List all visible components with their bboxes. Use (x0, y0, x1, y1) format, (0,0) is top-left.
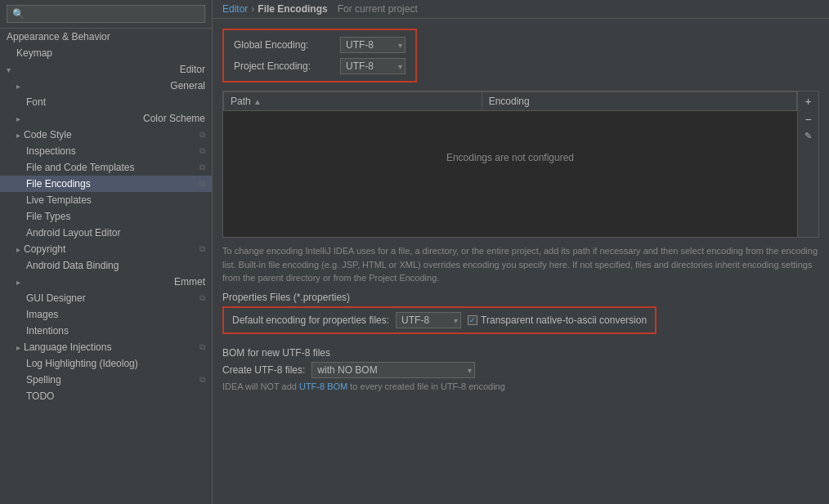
sidebar-item-android-data-binding[interactable]: Android Data Binding (0, 257, 212, 274)
sidebar-item-todo[interactable]: TODO (0, 388, 212, 404)
sidebar-item-appearance-behavior[interactable]: Appearance & Behavior (0, 29, 212, 45)
bom-note: IDEA will NOT add UTF-8 BOM to every cre… (222, 381, 819, 391)
edit-row-button[interactable]: ✎ (801, 129, 815, 143)
copy-icon: ⧉ (199, 293, 205, 303)
breadcrumb-separator: › (251, 3, 254, 15)
sidebar-label: Spelling (26, 374, 61, 386)
sidebar-item-keymap[interactable]: Keymap (0, 45, 212, 61)
copyright-arrow-icon (16, 245, 20, 254)
copy-icon: ⧉ (199, 244, 205, 254)
properties-section-label: Properties Files (*.properties) (222, 292, 819, 303)
project-encoding-row: Project Encoding: UTF-8 (234, 58, 406, 74)
content-panel: Editor › File Encodings For current proj… (213, 0, 829, 504)
bom-section-label: BOM for new UTF-8 files (222, 347, 819, 359)
project-encoding-select[interactable]: UTF-8 (340, 58, 406, 74)
emmet-arrow-icon (16, 278, 20, 287)
breadcrumb-parent[interactable]: Editor (222, 3, 248, 15)
sidebar-item-inspections[interactable]: Inspections ⧉ (0, 143, 212, 159)
sidebar-item-font[interactable]: Font (0, 94, 212, 110)
file-table-area: Path ▲ Encoding Encodings are not config (222, 91, 798, 238)
sidebar-label: Log Highlighting (Ideolog) (26, 358, 138, 369)
breadcrumb-note: For current project (338, 3, 418, 15)
copy-icon: ⧉ (199, 146, 205, 156)
sidebar-label: General (170, 80, 205, 91)
sidebar-label: Editor (180, 64, 205, 75)
editor-arrow-icon (7, 65, 11, 74)
global-encoding-wrapper: UTF-8 (340, 37, 406, 53)
remove-row-button[interactable]: − (801, 111, 815, 127)
copy-icon: ⧉ (199, 163, 205, 172)
sidebar-label: Android Data Binding (26, 260, 119, 271)
sidebar-label: Appearance & Behavior (7, 31, 110, 42)
global-encoding-label: Global Encoding: (234, 39, 340, 51)
sidebar-item-file-encodings[interactable]: File Encodings ⧉ (0, 176, 212, 192)
sidebar-label: Language Injections (24, 341, 111, 353)
add-row-button[interactable]: + (801, 93, 815, 109)
sidebar-item-file-code-templates[interactable]: File and Code Templates ⧉ (0, 159, 212, 176)
sidebar-label: Live Templates (26, 194, 92, 206)
project-encoding-label: Project Encoding: (234, 60, 340, 72)
language-injections-arrow-icon (16, 343, 20, 352)
empty-table-message: Encodings are not configured (224, 111, 797, 205)
properties-encoding-select[interactable]: UTF-8 (396, 312, 461, 328)
search-box[interactable] (0, 0, 212, 29)
bom-row: Create UTF-8 files: with NO BOM with BOM (222, 362, 819, 378)
table-container: Path ▲ Encoding Encodings are not config (222, 91, 819, 238)
color-scheme-arrow-icon (16, 114, 20, 123)
properties-encoding-wrapper: UTF-8 (396, 312, 461, 328)
copy-icon: ⧉ (199, 179, 205, 189)
bom-select[interactable]: with NO BOM with BOM (311, 362, 475, 378)
sidebar-label: Font (26, 96, 46, 108)
sidebar-label: File Types (26, 211, 70, 222)
sidebar-label: File Encodings (26, 178, 91, 190)
sidebar-item-copyright[interactable]: Copyright ⧉ (0, 241, 212, 257)
copy-icon: ⧉ (199, 342, 205, 352)
sidebar-scroll: Appearance & Behavior Keymap Editor Gene… (0, 29, 212, 503)
bom-note-suffix: to every created file in UTF-8 encoding (347, 381, 505, 391)
col-encoding-header: Encoding (482, 92, 796, 111)
sidebar-label: GUI Designer (26, 292, 86, 304)
bom-link[interactable]: UTF-8 BOM (299, 381, 347, 391)
transparent-conversion-label[interactable]: ✓ Transparent native-to-ascii conversion (468, 314, 647, 326)
sidebar-item-file-types[interactable]: File Types (0, 208, 212, 225)
bom-select-wrapper: with NO BOM with BOM (311, 362, 475, 378)
transparent-conversion-checkbox[interactable]: ✓ (468, 315, 477, 325)
breadcrumb: Editor › File Encodings For current proj… (213, 0, 829, 19)
sidebar-item-code-style[interactable]: Code Style ⧉ (0, 127, 212, 143)
search-input[interactable] (7, 5, 205, 23)
sidebar-item-gui-designer[interactable]: GUI Designer ⧉ (0, 290, 212, 306)
sidebar-item-images[interactable]: Images (0, 306, 212, 323)
sidebar-label: Intentions (26, 325, 69, 337)
col-path-header: Path ▲ (224, 92, 482, 111)
sidebar-item-log-highlighting[interactable]: Log Highlighting (Ideolog) (0, 355, 212, 372)
sidebar-item-editor[interactable]: Editor (0, 61, 212, 78)
sidebar-item-spelling[interactable]: Spelling ⧉ (0, 372, 212, 388)
copy-icon: ⧉ (199, 130, 205, 140)
sidebar-item-language-injections[interactable]: Language Injections ⧉ (0, 339, 212, 355)
sidebar-label: Android Layout Editor (26, 227, 120, 239)
sidebar-item-color-scheme[interactable]: Color Scheme (0, 110, 212, 127)
sidebar-item-general[interactable]: General (0, 78, 212, 94)
copy-icon: ⧉ (199, 375, 205, 385)
sidebar-label: Emmet (174, 276, 205, 288)
sidebar-item-android-layout-editor[interactable]: Android Layout Editor (0, 225, 212, 241)
create-utf8-label: Create UTF-8 files: (222, 364, 305, 376)
sidebar-label: TODO (26, 390, 54, 402)
sidebar-item-emmet[interactable]: Emmet (0, 274, 212, 290)
sidebar-item-live-templates[interactable]: Live Templates (0, 192, 212, 208)
global-encoding-row: Global Encoding: UTF-8 (234, 37, 406, 53)
sidebar-label: Color Scheme (143, 113, 205, 124)
file-table: Path ▲ Encoding Encodings are not config (223, 91, 797, 204)
general-arrow-icon (16, 82, 20, 91)
sidebar-label: Inspections (26, 145, 76, 157)
main-container: Appearance & Behavior Keymap Editor Gene… (0, 0, 829, 504)
sidebar: Appearance & Behavior Keymap Editor Gene… (0, 0, 213, 504)
sidebar-label: Code Style (24, 129, 72, 140)
sidebar-label: Images (26, 309, 58, 320)
description-text: To change encoding IntelliJ IDEA uses fo… (222, 244, 819, 285)
table-toolbar: + − ✎ (798, 91, 819, 238)
content-body: Global Encoding: UTF-8 Project Encoding:… (213, 19, 829, 504)
breadcrumb-current: File Encodings (258, 3, 327, 15)
sidebar-item-intentions[interactable]: Intentions (0, 323, 212, 339)
global-encoding-select[interactable]: UTF-8 (340, 37, 406, 53)
